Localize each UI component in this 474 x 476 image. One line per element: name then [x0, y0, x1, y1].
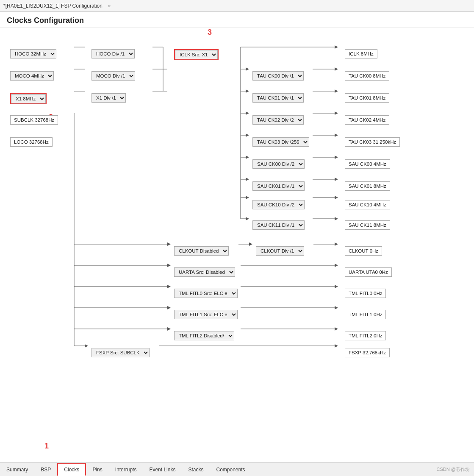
- tab-interrupts[interactable]: Interrupts: [109, 463, 143, 476]
- uarta-mux: UARTA Src: Disabled: [174, 267, 235, 277]
- annotation-3: 3: [208, 28, 212, 37]
- clkout-select[interactable]: CLKOUT Disabled: [174, 246, 229, 256]
- clkout-div-select[interactable]: CLKOUT Div /1: [256, 246, 304, 256]
- sau-ck01-select[interactable]: SAU CK01 Div /1: [252, 181, 305, 191]
- moco-div: MOCO Div /1: [91, 71, 135, 81]
- clock-diagram: HOCO 32MHz MOCO 4MHz X1 8MHz SUBCLK 3276…: [7, 36, 422, 359]
- tml-fitl0-select[interactable]: TML FITL0 Src: ELC e: [174, 289, 238, 298]
- watermark: CSDN @芯作坊: [432, 464, 474, 475]
- hoco-source: HOCO 32MHz: [10, 49, 56, 58]
- tau-ck03-div: TAU CK03 Div /256: [252, 137, 309, 147]
- title-bar-text: *[RA0E1_LIS2DUX12_1] FSP Configuration: [3, 3, 103, 9]
- close-button[interactable]: ×: [106, 3, 113, 9]
- moco-source: MOCO 4MHz: [10, 71, 54, 81]
- sau-ck00-select[interactable]: SAU CK00 Div /2: [252, 159, 305, 169]
- sau-ck11-select[interactable]: SAU CK11 Div /1: [252, 220, 305, 230]
- sau-ck00-div: SAU CK00 Div /2: [252, 159, 305, 169]
- page-title: Clocks Configuration: [7, 16, 467, 25]
- tab-spacer: [252, 463, 432, 476]
- clkout-output: CLKOUT 0Hz: [345, 246, 382, 256]
- tau-ck01-select[interactable]: TAU CK01 Div /1: [252, 93, 304, 103]
- iclk-mux-select[interactable]: ICLK Src: X1: [175, 50, 218, 59]
- sau-ck10-select[interactable]: SAU CK10 Div /2: [252, 200, 305, 209]
- tml-fitl2-output: TML FITL2 0Hz: [345, 331, 386, 340]
- tab-components[interactable]: Components: [210, 463, 251, 476]
- tab-stacks[interactable]: Stacks: [182, 463, 210, 476]
- tau-ck03-output: TAU CK03 31.250kHz: [345, 137, 400, 147]
- iclk-output: ICLK 8MHz: [345, 49, 377, 58]
- tab-summary[interactable]: Summary: [0, 463, 34, 476]
- x1-select[interactable]: X1 8MHz: [11, 94, 46, 103]
- tau-ck03-select[interactable]: TAU CK03 Div /256: [252, 137, 309, 147]
- bottom-tabs: Summary BSP Clocks Pins Interrupts Event…: [0, 462, 474, 476]
- tml-fitl1-output: TML FITL1 0Hz: [345, 310, 386, 319]
- title-bar: *[RA0E1_LIS2DUX12_1] FSP Configuration ×: [0, 0, 474, 12]
- tml-fitl1-mux: TML FITL1 Src: ELC e: [174, 310, 238, 319]
- x1-div-select[interactable]: X1 Div /1: [91, 93, 126, 103]
- tau-ck00-output: TAU CK00 8MHz: [345, 71, 389, 81]
- sau-ck00-output: SAU CK00 4MHz: [345, 159, 390, 169]
- tau-ck02-select[interactable]: TAU CK02 Div /2: [252, 115, 304, 125]
- uarta-select[interactable]: UARTA Src: Disabled: [174, 267, 235, 277]
- sau-ck11-div: SAU CK11 Div /1: [252, 220, 305, 230]
- tml-fitl0-mux: TML FITL0 Src: ELC e: [174, 289, 238, 298]
- sau-ck01-output: SAU CK01 8MHz: [345, 181, 390, 191]
- subclk-source: SUBCLK 32768Hz: [10, 115, 58, 125]
- sau-ck01-div: SAU CK01 Div /1: [252, 181, 305, 191]
- hoco-div: HOCO Div /1: [91, 49, 135, 58]
- tml-fitl0-output: TML FITL0 0Hz: [345, 289, 386, 298]
- tau-ck00-div: TAU CK00 Div /1: [252, 71, 304, 81]
- tau-ck00-select[interactable]: TAU CK00 Div /1: [252, 71, 304, 81]
- x1-div: X1 Div /1: [91, 93, 126, 103]
- loco-source: LOCO 32768Hz: [10, 137, 53, 147]
- tau-ck02-div: TAU CK02 Div /2: [252, 115, 304, 125]
- sau-ck10-div: SAU CK10 Div /2: [252, 200, 305, 209]
- tau-ck02-output: TAU CK02 4MHz: [345, 115, 389, 125]
- tml-fitl2-mux: TML FITL2 Disabled/: [174, 331, 234, 340]
- hoco-select[interactable]: HOCO 32MHz: [10, 49, 56, 58]
- iclk-mux-wrapper: ICLK Src: X1: [174, 49, 219, 60]
- tml-fitl1-select[interactable]: TML FITL1 Src: ELC e: [174, 310, 238, 319]
- moco-select[interactable]: MOCO 4MHz: [10, 71, 54, 81]
- hoco-div-select[interactable]: HOCO Div /1: [91, 49, 135, 58]
- clkout-mux: CLKOUT Disabled: [174, 246, 229, 256]
- tab-clocks[interactable]: Clocks: [57, 463, 86, 476]
- tab-bsp[interactable]: BSP: [34, 463, 57, 476]
- tml-fitl2-select[interactable]: TML FITL2 Disabled/: [174, 331, 234, 340]
- clkout-div: CLKOUT Div /1: [256, 246, 304, 256]
- moco-div-select[interactable]: MOCO Div /1: [91, 71, 135, 81]
- fsxp-mux: FSXP Src: SUBCLK: [91, 348, 150, 357]
- fsxp-select[interactable]: FSXP Src: SUBCLK: [91, 348, 150, 357]
- tau-ck01-div: TAU CK01 Div /1: [252, 93, 304, 103]
- fsxp-output: FSXP 32.768kHz: [345, 348, 390, 357]
- sau-ck11-output: SAU CK11 8MHz: [345, 220, 390, 230]
- x1-source-wrapper: X1 8MHz: [10, 93, 47, 104]
- tab-pins[interactable]: Pins: [86, 463, 108, 476]
- page-header: Clocks Configuration: [0, 12, 474, 28]
- tab-event-links[interactable]: Event Links: [143, 463, 182, 476]
- main-content: 3 2: [0, 28, 474, 462]
- uarta-output: UARTA UTA0 0Hz: [345, 267, 392, 277]
- tau-ck01-output: TAU CK01 8MHz: [345, 93, 389, 103]
- sau-ck10-output: SAU CK10 4MHz: [345, 200, 390, 209]
